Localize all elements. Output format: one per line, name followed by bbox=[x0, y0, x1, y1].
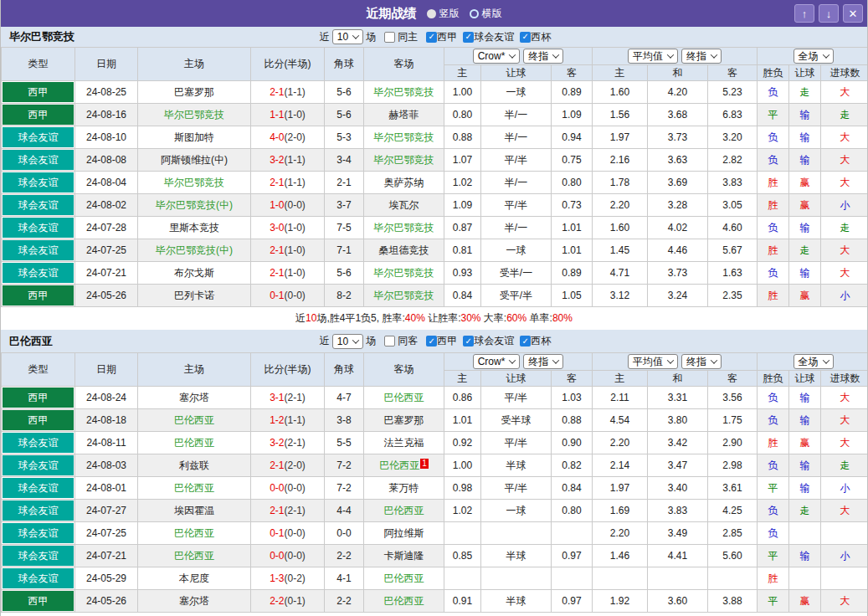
layout-radio-vertical[interactable]: 竖版 bbox=[427, 7, 460, 21]
match-row: 球会友谊24-08-02毕尔巴鄂竞技(中)1-0(0-0)3-7埃瓦尔1.09平… bbox=[2, 194, 868, 217]
same-home-checkbox[interactable] bbox=[384, 32, 395, 43]
col-score: 比分(半场) bbox=[251, 353, 325, 387]
avg-home: 4.54 bbox=[593, 409, 648, 432]
chevron-down-icon bbox=[509, 51, 516, 58]
match-score: 2-1(1-1) bbox=[251, 81, 325, 104]
league-type-badge: 球会友谊 bbox=[2, 454, 75, 477]
match-row: 球会友谊24-07-21巴伦西亚0-0(0-0)2-2卡斯迪隆0.85半球0.9… bbox=[2, 545, 868, 567]
league-type-badge: 球会友谊 bbox=[2, 239, 75, 262]
match-count-select[interactable]: 10 bbox=[332, 29, 363, 44]
league-type-badge: 球会友谊 bbox=[2, 194, 75, 217]
away-team: 巴伦西亚1 bbox=[364, 454, 444, 477]
match-count-select[interactable]: 10 bbox=[332, 334, 363, 349]
odds-line: 平/半 bbox=[481, 149, 552, 172]
league-friendly-checkbox[interactable] bbox=[463, 336, 474, 346]
layout-radio-horizontal[interactable]: 横版 bbox=[470, 7, 502, 21]
avg-home: 2.16 bbox=[593, 149, 648, 172]
odds-line: 受平/半 bbox=[481, 285, 552, 307]
avg-away: 2.90 bbox=[708, 432, 758, 454]
league-cup-checkbox[interactable] bbox=[520, 32, 531, 43]
match-date: 24-07-28 bbox=[75, 217, 138, 239]
fulltime-select[interactable]: 全场 bbox=[794, 354, 834, 369]
avg-home bbox=[593, 567, 648, 590]
result-goals: 大 bbox=[821, 239, 868, 262]
match-score: 2-1(2-0) bbox=[251, 454, 325, 477]
odds-home: 0.91 bbox=[444, 590, 481, 613]
avg-away: 1.75 bbox=[708, 409, 758, 432]
odds-time-select[interactable]: 终指 bbox=[523, 49, 563, 64]
fulltime-select[interactable]: 全场 bbox=[794, 49, 834, 64]
match-score: 1-1(1-0) bbox=[251, 104, 325, 126]
result-handicap: 赢 bbox=[789, 194, 821, 217]
match-score: 3-2(1-1) bbox=[251, 149, 325, 172]
close-icon: ✕ bbox=[849, 8, 858, 20]
odds-group-header: Crow* 终指 bbox=[444, 48, 593, 65]
radio-unselected-icon bbox=[470, 9, 479, 18]
result-handicap: 赢 bbox=[789, 172, 821, 194]
match-score: 2-2(0-1) bbox=[251, 590, 325, 613]
match-score: 0-0(0-0) bbox=[251, 545, 325, 567]
sub-result-handicap: 让球 bbox=[789, 371, 821, 387]
team-name: 巴伦西亚 bbox=[1, 334, 53, 349]
league-liga-checkbox[interactable] bbox=[426, 336, 437, 346]
league-liga-checkbox[interactable] bbox=[426, 32, 437, 43]
sub-result-goals: 进球数 bbox=[821, 65, 868, 81]
col-type: 类型 bbox=[2, 353, 75, 387]
corner-score: 7-5 bbox=[325, 217, 364, 239]
avg-source-select[interactable]: 平均值 bbox=[628, 49, 678, 64]
match-row: 球会友谊24-07-25巴伦西亚0-1(0-0)0-0阿拉维斯2.203.492… bbox=[2, 522, 868, 545]
odds-line: 半/一 bbox=[481, 172, 552, 194]
result-goals: 走 bbox=[821, 454, 868, 477]
avg-draw: 4.02 bbox=[648, 217, 708, 239]
odds-home: 0.81 bbox=[444, 239, 481, 262]
layout-horizontal-label: 横版 bbox=[482, 7, 502, 21]
match-score: 2-1(1-1) bbox=[251, 172, 325, 194]
odds-source-select[interactable]: Crow* bbox=[473, 49, 521, 64]
away-team: 毕尔巴鄂竞技 bbox=[364, 262, 444, 285]
same-away-checkbox[interactable] bbox=[384, 336, 395, 346]
match-row: 球会友谊24-08-04毕尔巴鄂竞技2-1(1-1)2-1奥萨苏纳1.02半/一… bbox=[2, 172, 868, 194]
league-friendly-checkbox[interactable] bbox=[463, 32, 474, 43]
home-team: 巴伦西亚 bbox=[138, 409, 251, 432]
section2-summary: 近10场,胜2平3负5, 胜率:20% 让胜率:25% 大率:62.5% 单率:… bbox=[1, 613, 867, 616]
away-team: 毕尔巴鄂竞技 bbox=[364, 285, 444, 307]
match-score: 1-3(0-2) bbox=[251, 567, 325, 590]
odds-time-select[interactable]: 终指 bbox=[523, 354, 563, 369]
close-button[interactable]: ✕ bbox=[843, 4, 863, 23]
avg-home: 1.78 bbox=[593, 172, 648, 194]
league-type-badge: 球会友谊 bbox=[2, 149, 75, 172]
odds-source-select[interactable]: Crow* bbox=[473, 354, 521, 369]
avg-draw: 3.40 bbox=[648, 477, 708, 500]
move-up-button[interactable]: ↑ bbox=[794, 4, 814, 23]
match-row: 球会友谊24-07-27埃因霍温2-1(2-1)4-4巴伦西亚1.02一球0.8… bbox=[2, 500, 868, 522]
avg-away: 5.67 bbox=[708, 239, 758, 262]
odds-line: 一球 bbox=[481, 500, 552, 522]
avg-time-select[interactable]: 终指 bbox=[681, 49, 722, 64]
away-team: 巴塞罗那 bbox=[364, 409, 444, 432]
league-liga-label: 西甲 bbox=[437, 334, 457, 348]
odds-away: 0.73 bbox=[552, 194, 593, 217]
avg-time-select[interactable]: 终指 bbox=[681, 354, 722, 369]
section2-filterbar: 巴伦西亚 近 10 场 同客 西甲 球会友谊 西杯 bbox=[1, 330, 867, 352]
league-cup-checkbox[interactable] bbox=[520, 336, 531, 346]
match-row: 球会友谊24-08-08阿斯顿维拉(中)3-2(1-1)3-4毕尔巴鄂竞技1.0… bbox=[2, 149, 868, 172]
avg-home: 1.69 bbox=[593, 500, 648, 522]
result-wdl: 负 bbox=[758, 126, 789, 149]
match-date: 24-08-11 bbox=[75, 432, 138, 454]
result-handicap: 走 bbox=[789, 81, 821, 104]
result-goals: 小 bbox=[821, 477, 868, 500]
avg-draw: 3.63 bbox=[648, 149, 708, 172]
avg-home: 1.60 bbox=[593, 81, 648, 104]
match-date: 24-07-25 bbox=[75, 522, 138, 545]
radio-selected-icon bbox=[427, 9, 436, 18]
result-wdl: 胜 bbox=[758, 432, 789, 454]
league-type-badge: 西甲 bbox=[2, 409, 75, 432]
avg-home: 1.46 bbox=[593, 545, 648, 567]
avg-home: 1.97 bbox=[593, 126, 648, 149]
odds-line: 一球 bbox=[481, 81, 552, 104]
col-away: 客场 bbox=[364, 353, 444, 387]
avg-source-select[interactable]: 平均值 bbox=[628, 354, 678, 369]
avg-away: 2.85 bbox=[708, 522, 758, 545]
matches-table-2: 类型 日期 主场 比分(半场) 角球 客场 Crow* 终指 平均值 终指 bbox=[1, 352, 868, 613]
move-down-button[interactable]: ↓ bbox=[819, 4, 839, 23]
